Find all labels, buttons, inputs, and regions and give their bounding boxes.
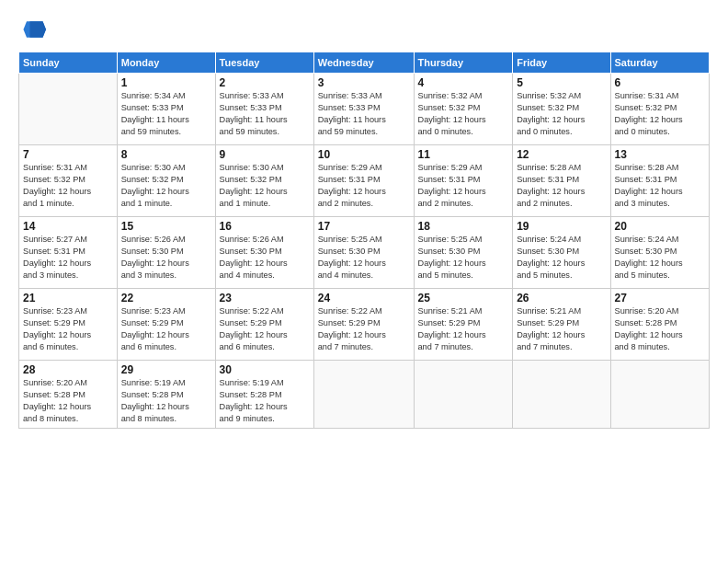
day-number: 30 [220, 363, 310, 376]
calendar-cell: 4Sunrise: 5:32 AM Sunset: 5:32 PM Daylig… [414, 74, 513, 145]
day-info: Sunrise: 5:21 AM Sunset: 5:29 PM Dayligh… [517, 305, 606, 353]
day-info: Sunrise: 5:26 AM Sunset: 5:30 PM Dayligh… [220, 234, 310, 282]
day-info: Sunrise: 5:27 AM Sunset: 5:31 PM Dayligh… [23, 234, 113, 282]
calendar-cell: 9Sunrise: 5:30 AM Sunset: 5:32 PM Daylig… [215, 145, 313, 217]
calendar-cell: 22Sunrise: 5:23 AM Sunset: 5:29 PM Dayli… [117, 289, 215, 361]
day-number: 1 [121, 76, 211, 89]
col-saturday: Saturday [610, 52, 710, 74]
header [18, 17, 710, 42]
day-number: 9 [220, 148, 310, 161]
calendar-cell: 28Sunrise: 5:20 AM Sunset: 5:28 PM Dayli… [19, 361, 118, 429]
calendar-cell: 27Sunrise: 5:20 AM Sunset: 5:28 PM Dayli… [610, 289, 710, 361]
day-number: 8 [121, 148, 211, 161]
col-monday: Monday [117, 52, 215, 74]
day-info: Sunrise: 5:34 AM Sunset: 5:33 PM Dayligh… [121, 90, 211, 138]
day-number: 14 [23, 220, 113, 233]
day-number: 21 [23, 292, 113, 304]
day-number: 16 [220, 220, 310, 233]
calendar-cell: 21Sunrise: 5:23 AM Sunset: 5:29 PM Dayli… [19, 289, 118, 361]
day-info: Sunrise: 5:33 AM Sunset: 5:33 PM Dayligh… [318, 90, 410, 138]
col-thursday: Thursday [414, 52, 513, 74]
logo-icon [20, 17, 46, 42]
calendar-table: Sunday Monday Tuesday Wednesday Thursday… [18, 52, 710, 429]
day-info: Sunrise: 5:22 AM Sunset: 5:29 PM Dayligh… [318, 305, 410, 353]
day-info: Sunrise: 5:28 AM Sunset: 5:31 PM Dayligh… [615, 162, 706, 210]
calendar-cell: 29Sunrise: 5:19 AM Sunset: 5:28 PM Dayli… [117, 361, 215, 429]
calendar-cell: 17Sunrise: 5:25 AM Sunset: 5:30 PM Dayli… [313, 217, 414, 289]
calendar-header-row: Sunday Monday Tuesday Wednesday Thursday… [19, 52, 710, 74]
day-number: 11 [418, 148, 509, 161]
calendar-cell [19, 74, 118, 145]
day-number: 25 [418, 292, 509, 304]
day-info: Sunrise: 5:24 AM Sunset: 5:30 PM Dayligh… [517, 234, 606, 282]
calendar-cell: 6Sunrise: 5:31 AM Sunset: 5:32 PM Daylig… [610, 74, 710, 145]
calendar-cell: 10Sunrise: 5:29 AM Sunset: 5:31 PM Dayli… [313, 145, 414, 217]
day-info: Sunrise: 5:32 AM Sunset: 5:32 PM Dayligh… [517, 90, 606, 138]
day-info: Sunrise: 5:19 AM Sunset: 5:28 PM Dayligh… [121, 377, 211, 425]
day-info: Sunrise: 5:29 AM Sunset: 5:31 PM Dayligh… [418, 162, 509, 210]
calendar-cell: 7Sunrise: 5:31 AM Sunset: 5:32 PM Daylig… [19, 145, 118, 217]
day-info: Sunrise: 5:30 AM Sunset: 5:32 PM Dayligh… [220, 162, 310, 210]
svg-marker-1 [30, 21, 47, 38]
day-number: 17 [318, 220, 410, 233]
day-number: 29 [121, 363, 211, 376]
calendar-cell: 15Sunrise: 5:26 AM Sunset: 5:30 PM Dayli… [117, 217, 215, 289]
day-info: Sunrise: 5:24 AM Sunset: 5:30 PM Dayligh… [615, 234, 706, 282]
calendar-cell: 11Sunrise: 5:29 AM Sunset: 5:31 PM Dayli… [414, 145, 513, 217]
calendar-cell: 2Sunrise: 5:33 AM Sunset: 5:33 PM Daylig… [215, 74, 313, 145]
calendar-cell: 13Sunrise: 5:28 AM Sunset: 5:31 PM Dayli… [610, 145, 710, 217]
day-number: 27 [615, 292, 706, 304]
calendar-cell: 1Sunrise: 5:34 AM Sunset: 5:33 PM Daylig… [117, 74, 215, 145]
calendar-cell: 8Sunrise: 5:30 AM Sunset: 5:32 PM Daylig… [117, 145, 215, 217]
day-info: Sunrise: 5:25 AM Sunset: 5:30 PM Dayligh… [418, 234, 509, 282]
day-number: 28 [23, 363, 113, 376]
day-info: Sunrise: 5:25 AM Sunset: 5:30 PM Dayligh… [318, 234, 410, 282]
calendar-cell: 20Sunrise: 5:24 AM Sunset: 5:30 PM Dayli… [610, 217, 710, 289]
calendar-cell [313, 361, 414, 429]
day-number: 12 [517, 148, 606, 161]
day-number: 22 [121, 292, 211, 304]
day-number: 24 [318, 292, 410, 304]
day-number: 4 [418, 76, 509, 89]
day-info: Sunrise: 5:29 AM Sunset: 5:31 PM Dayligh… [318, 162, 410, 210]
day-info: Sunrise: 5:28 AM Sunset: 5:31 PM Dayligh… [517, 162, 606, 210]
calendar-cell: 23Sunrise: 5:22 AM Sunset: 5:29 PM Dayli… [215, 289, 313, 361]
day-info: Sunrise: 5:31 AM Sunset: 5:32 PM Dayligh… [615, 90, 706, 138]
day-info: Sunrise: 5:30 AM Sunset: 5:32 PM Dayligh… [121, 162, 211, 210]
calendar-cell: 12Sunrise: 5:28 AM Sunset: 5:31 PM Dayli… [513, 145, 610, 217]
day-number: 6 [615, 76, 706, 89]
calendar-cell: 5Sunrise: 5:32 AM Sunset: 5:32 PM Daylig… [513, 74, 610, 145]
day-number: 2 [220, 76, 310, 89]
day-info: Sunrise: 5:19 AM Sunset: 5:28 PM Dayligh… [220, 377, 310, 425]
col-sunday: Sunday [19, 52, 118, 74]
day-number: 23 [220, 292, 310, 304]
day-info: Sunrise: 5:22 AM Sunset: 5:29 PM Dayligh… [220, 305, 310, 353]
logo [18, 17, 46, 42]
calendar-cell: 25Sunrise: 5:21 AM Sunset: 5:29 PM Dayli… [414, 289, 513, 361]
calendar-cell [610, 361, 710, 429]
day-number: 5 [517, 76, 606, 89]
day-info: Sunrise: 5:20 AM Sunset: 5:28 PM Dayligh… [615, 305, 706, 353]
day-number: 20 [615, 220, 706, 233]
day-number: 13 [615, 148, 706, 161]
day-info: Sunrise: 5:33 AM Sunset: 5:33 PM Dayligh… [220, 90, 310, 138]
day-info: Sunrise: 5:20 AM Sunset: 5:28 PM Dayligh… [23, 377, 113, 425]
day-info: Sunrise: 5:32 AM Sunset: 5:32 PM Dayligh… [418, 90, 509, 138]
day-number: 18 [418, 220, 509, 233]
day-number: 3 [318, 76, 410, 89]
calendar-cell: 18Sunrise: 5:25 AM Sunset: 5:30 PM Dayli… [414, 217, 513, 289]
day-info: Sunrise: 5:31 AM Sunset: 5:32 PM Dayligh… [23, 162, 113, 210]
day-info: Sunrise: 5:26 AM Sunset: 5:30 PM Dayligh… [121, 234, 211, 282]
calendar-cell: 14Sunrise: 5:27 AM Sunset: 5:31 PM Dayli… [19, 217, 118, 289]
col-tuesday: Tuesday [215, 52, 313, 74]
calendar-cell: 19Sunrise: 5:24 AM Sunset: 5:30 PM Dayli… [513, 217, 610, 289]
day-number: 26 [517, 292, 606, 304]
day-number: 10 [318, 148, 410, 161]
day-number: 19 [517, 220, 606, 233]
calendar-cell: 26Sunrise: 5:21 AM Sunset: 5:29 PM Dayli… [513, 289, 610, 361]
day-number: 15 [121, 220, 211, 233]
calendar-cell: 30Sunrise: 5:19 AM Sunset: 5:28 PM Dayli… [215, 361, 313, 429]
calendar-cell: 16Sunrise: 5:26 AM Sunset: 5:30 PM Dayli… [215, 217, 313, 289]
calendar-cell: 24Sunrise: 5:22 AM Sunset: 5:29 PM Dayli… [313, 289, 414, 361]
calendar-cell: 3Sunrise: 5:33 AM Sunset: 5:33 PM Daylig… [313, 74, 414, 145]
